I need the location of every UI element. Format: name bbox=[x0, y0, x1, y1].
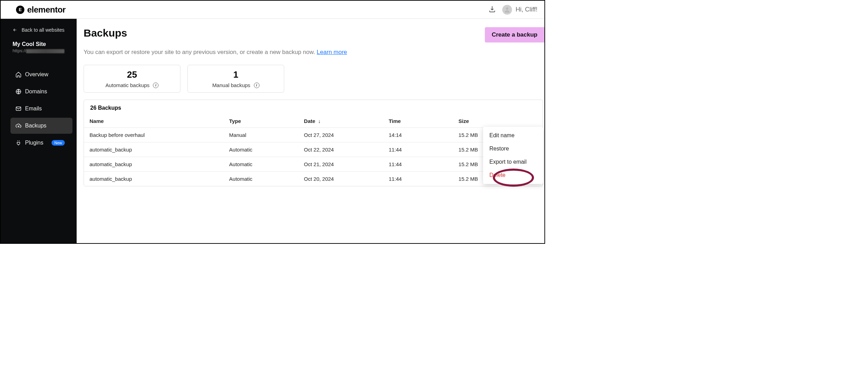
sidebar-item-domains[interactable]: Domains bbox=[10, 84, 72, 100]
sidebar-item-label: Backups bbox=[25, 123, 46, 129]
column-header-date[interactable]: Date ↓ bbox=[299, 115, 383, 128]
table-title: 26 Backups bbox=[84, 100, 543, 115]
page-description: You can export or restore your site to a… bbox=[84, 49, 544, 56]
mail-icon bbox=[15, 106, 22, 112]
column-header-name[interactable]: Name bbox=[84, 115, 224, 128]
stat-label: Automatic backups bbox=[106, 82, 150, 88]
menu-item-restore[interactable]: Restore bbox=[483, 142, 543, 155]
table-row[interactable]: automatic_backupAutomaticOct 21, 202411:… bbox=[84, 157, 543, 172]
column-header-time[interactable]: Time bbox=[383, 115, 453, 128]
cell-date: Oct 21, 2024 bbox=[299, 157, 383, 172]
logo-text: elementor bbox=[27, 5, 65, 15]
column-header-size[interactable]: Size bbox=[453, 115, 543, 128]
cell-name: automatic_backup bbox=[84, 142, 224, 157]
cell-date: Oct 27, 2024 bbox=[299, 128, 383, 142]
user-greeting: Hi, Cliff! bbox=[516, 6, 537, 13]
new-badge: New bbox=[52, 140, 65, 146]
globe-icon bbox=[15, 88, 22, 95]
backups-table: Name Type Date ↓ Time Size Backup before… bbox=[84, 115, 543, 186]
sidebar-item-label: Emails bbox=[25, 106, 42, 112]
backups-table-wrap: 26 Backups Name Type Date ↓ Time Size Ba… bbox=[84, 100, 543, 186]
download-icon[interactable] bbox=[488, 5, 496, 14]
svg-point-0 bbox=[506, 7, 509, 10]
stat-card-manual: 1 Manual backups i bbox=[187, 65, 284, 93]
cell-name: automatic_backup bbox=[84, 172, 224, 186]
header-right: Hi, Cliff! bbox=[488, 5, 537, 15]
cloud-upload-icon bbox=[15, 123, 22, 129]
page-title: Backups bbox=[84, 27, 127, 39]
table-row[interactable]: Backup before overhaulManualOct 27, 2024… bbox=[84, 128, 543, 142]
row-context-menu: Edit name Restore Export to email Delete bbox=[483, 127, 543, 184]
site-info: My Cool Site https:// bbox=[1, 39, 77, 60]
cell-time: 11:44 bbox=[383, 172, 453, 186]
table-row[interactable]: automatic_backupAutomaticOct 22, 202411:… bbox=[84, 142, 543, 157]
cell-name: automatic_backup bbox=[84, 157, 224, 172]
menu-item-export[interactable]: Export to email bbox=[483, 155, 543, 169]
site-name: My Cool Site bbox=[13, 41, 67, 47]
sidebar-item-label: Domains bbox=[25, 88, 47, 95]
sidebar-item-backups[interactable]: Backups bbox=[10, 118, 72, 134]
sidebar-item-overview[interactable]: Overview bbox=[10, 67, 72, 83]
cell-date: Oct 22, 2024 bbox=[299, 142, 383, 157]
sidebar: Back to all websites My Cool Site https:… bbox=[1, 19, 77, 243]
main-content: Backups Create a backup You can export o… bbox=[77, 19, 544, 243]
sidebar-nav: Overview Domains Emails Backups Plugins … bbox=[1, 67, 77, 151]
plug-icon bbox=[15, 140, 22, 146]
stat-label: Manual backups bbox=[212, 82, 250, 88]
cell-time: 14:14 bbox=[383, 128, 453, 142]
avatar-icon bbox=[502, 5, 512, 15]
logo[interactable]: E elementor bbox=[16, 5, 65, 15]
cell-date: Oct 20, 2024 bbox=[299, 172, 383, 186]
learn-more-link[interactable]: Learn more bbox=[317, 49, 347, 55]
cell-type: Manual bbox=[224, 128, 299, 142]
stat-card-automatic: 25 Automatic backups i bbox=[84, 65, 180, 93]
sidebar-item-label: Overview bbox=[25, 71, 48, 78]
site-url: https:// bbox=[13, 48, 67, 53]
sort-desc-icon: ↓ bbox=[318, 118, 321, 124]
column-header-type[interactable]: Type bbox=[224, 115, 299, 128]
cell-type: Automatic bbox=[224, 157, 299, 172]
home-icon bbox=[15, 71, 22, 78]
stat-count: 1 bbox=[233, 69, 238, 80]
stat-count: 25 bbox=[127, 69, 137, 80]
cell-name: Backup before overhaul bbox=[84, 128, 224, 142]
stats-row: 25 Automatic backups i 1 Manual backups … bbox=[84, 65, 544, 93]
sidebar-item-plugins[interactable]: Plugins New bbox=[10, 135, 72, 151]
user-menu[interactable]: Hi, Cliff! bbox=[502, 5, 537, 15]
cell-type: Automatic bbox=[224, 142, 299, 157]
back-label: Back to all websites bbox=[22, 27, 64, 33]
table-row[interactable]: automatic_backupAutomaticOct 20, 202411:… bbox=[84, 172, 543, 186]
cell-time: 11:44 bbox=[383, 157, 453, 172]
cell-time: 11:44 bbox=[383, 142, 453, 157]
menu-item-delete[interactable]: Delete bbox=[483, 169, 543, 182]
info-icon[interactable]: i bbox=[153, 83, 158, 88]
sidebar-item-label: Plugins bbox=[25, 140, 43, 146]
menu-item-edit-name[interactable]: Edit name bbox=[483, 129, 543, 142]
back-to-websites-link[interactable]: Back to all websites bbox=[1, 25, 77, 39]
sidebar-item-emails[interactable]: Emails bbox=[10, 101, 72, 117]
elementor-logo-icon: E bbox=[16, 6, 24, 14]
cell-type: Automatic bbox=[224, 172, 299, 186]
app-header: E elementor Hi, Cliff! bbox=[1, 1, 544, 19]
info-icon[interactable]: i bbox=[254, 83, 259, 88]
create-backup-button[interactable]: Create a backup bbox=[485, 27, 544, 42]
